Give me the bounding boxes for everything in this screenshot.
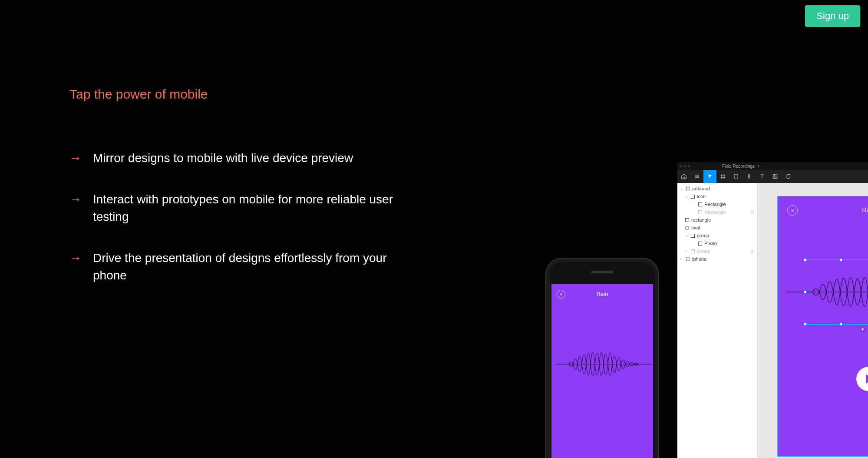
artboard-icon — [686, 186, 690, 191]
layer-label: Group — [697, 249, 710, 254]
design-editor-window: Field Recordings × — [677, 162, 868, 458]
rectangle-icon — [698, 210, 702, 214]
marketing-copy: Tap the power of mobile → Mirror designs… — [69, 87, 399, 308]
layer-label: Photo — [704, 241, 717, 246]
rectangle-icon — [698, 242, 702, 246]
section-heading: Tap the power of mobile — [69, 87, 399, 102]
waveform-icon — [556, 338, 651, 390]
resize-handle-icon[interactable] — [840, 259, 842, 261]
image-tool-icon[interactable] — [769, 170, 782, 183]
text-tool-icon[interactable] — [756, 170, 769, 183]
layer-row-icon[interactable]: ⌄ icon — [677, 192, 757, 200]
feature-list: → Mirror designs to mobile with live dev… — [69, 149, 399, 285]
layer-row-photo[interactable]: Photo — [677, 239, 757, 247]
editor-tabbar: Field Recordings × — [677, 162, 868, 170]
layer-label: iphone — [692, 256, 706, 262]
pen-tool-icon[interactable] — [743, 170, 756, 183]
chevron-right-icon[interactable]: › — [685, 249, 689, 253]
rectangle-icon — [691, 195, 695, 199]
feature-text: Drive the presentation of designs effort… — [93, 249, 399, 285]
link-icon: ⊘ — [750, 249, 754, 254]
play-button[interactable] — [856, 367, 868, 391]
layer-row-group[interactable]: ⌄ group — [677, 232, 757, 239]
artboard-tool-icon[interactable] — [716, 170, 729, 183]
layer-row-iphone[interactable]: › iphone — [677, 255, 757, 263]
chevron-down-icon[interactable]: ⌄ — [685, 233, 689, 238]
canvas-artboard-title: Rain — [778, 206, 868, 213]
svg-rect-5 — [773, 174, 777, 178]
layer-row-oval[interactable]: oval — [677, 224, 757, 232]
comment-tool-icon[interactable] — [782, 170, 795, 183]
home-icon[interactable] — [677, 170, 690, 183]
link-icon: ⊘ — [750, 210, 754, 215]
phone-speaker — [591, 271, 614, 273]
menu-icon[interactable] — [690, 170, 703, 183]
cursor-icon — [860, 326, 867, 335]
editor-toolbar — [677, 170, 868, 183]
canvas-artboard[interactable]: × Rain — [777, 196, 868, 457]
arrow-right-icon: → — [69, 149, 82, 167]
layer-label: oval — [691, 225, 700, 230]
feature-item: → Drive the presentation of designs effo… — [69, 249, 399, 285]
layers-panel[interactable]: ⌄ artboard ⌄ icon Rectangle Rectangle ⊘ — [677, 183, 758, 458]
layer-row-group-dim[interactable]: › Group ⊘ — [677, 247, 757, 255]
circle-icon — [685, 226, 689, 230]
layer-label: icon — [697, 194, 706, 199]
tab-label: Field Recordings — [722, 164, 755, 169]
svg-point-6 — [774, 175, 775, 176]
pointer-tool-icon[interactable] — [703, 170, 716, 183]
editor-body: ⌄ artboard ⌄ icon Rectangle Rectangle ⊘ — [677, 183, 868, 458]
window-control-icon — [680, 165, 682, 167]
rectangle-icon — [698, 202, 702, 206]
resize-handle-icon[interactable] — [804, 323, 806, 325]
layer-label: Rectangle — [704, 209, 726, 215]
layer-label: rectangle — [691, 217, 711, 222]
arrow-right-icon: → — [69, 191, 82, 209]
selection-box[interactable] — [805, 259, 868, 325]
chevron-right-icon[interactable]: › — [680, 257, 683, 261]
window-control-icon — [684, 165, 686, 167]
svg-rect-4 — [734, 175, 738, 178]
document-tab[interactable]: Field Recordings × — [722, 164, 760, 169]
feature-item: → Interact with prototypes on mobile for… — [69, 191, 399, 226]
feature-item: → Mirror designs to mobile with live dev… — [69, 149, 399, 167]
layer-row-artboard[interactable]: ⌄ artboard — [677, 185, 757, 192]
layer-label: Rectangle — [704, 202, 726, 207]
layer-row-rectangle-dim[interactable]: Rectangle ⊘ — [677, 208, 757, 216]
layer-row-rectangle[interactable]: Rectangle — [677, 200, 757, 208]
chevron-down-icon[interactable]: ⌄ — [680, 186, 683, 191]
window-control-icon — [688, 165, 690, 167]
editor-canvas[interactable]: × Rain — [758, 183, 868, 458]
layer-row-rectangle-low[interactable]: rectangle — [677, 216, 757, 224]
rectangle-icon — [691, 249, 695, 253]
chevron-down-icon[interactable]: ⌄ — [685, 194, 689, 199]
rectangle-icon — [685, 218, 689, 222]
arrow-right-icon: → — [69, 249, 82, 267]
phone-app-title: Rain — [551, 291, 653, 297]
feature-text: Mirror designs to mobile with live devic… — [93, 149, 399, 167]
artboard-icon — [686, 257, 690, 261]
layer-label: group — [697, 233, 709, 238]
signup-button[interactable]: Sign up — [805, 5, 860, 27]
rectangle-icon — [691, 234, 695, 238]
phone-screen: × Rain — [551, 284, 653, 458]
layer-label: artboard — [692, 186, 710, 191]
resize-handle-icon[interactable] — [804, 291, 806, 293]
feature-text: Interact with prototypes on mobile for m… — [93, 191, 399, 226]
rectangle-tool-icon[interactable] — [729, 170, 743, 183]
close-icon[interactable]: × — [757, 164, 760, 169]
resize-handle-icon[interactable] — [840, 323, 842, 325]
resize-handle-icon[interactable] — [804, 259, 806, 261]
phone-mockup: × Rain — [546, 259, 658, 458]
